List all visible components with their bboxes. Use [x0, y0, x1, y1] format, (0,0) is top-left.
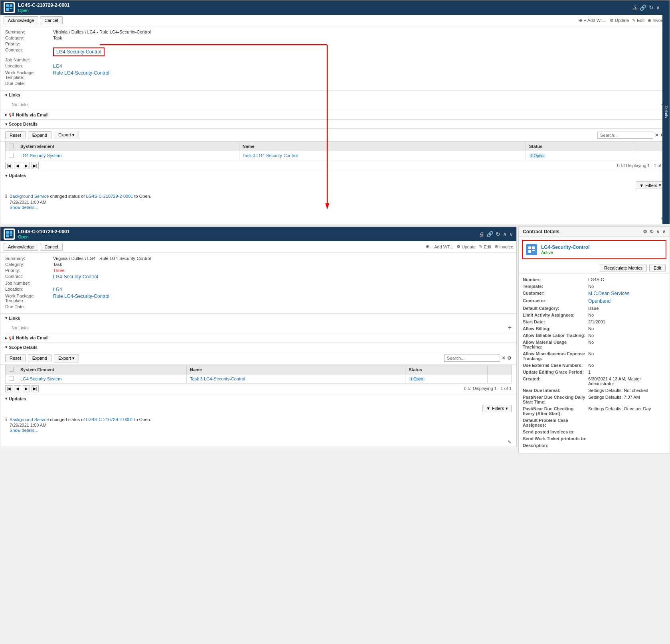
- updates-label-bottom: Updates: [9, 396, 26, 401]
- col-check-top: [6, 142, 17, 151]
- displaying-bottom: 0 ☑ Displaying 1 - 1 of 1: [464, 386, 512, 391]
- location-link-top[interactable]: LG4: [53, 63, 62, 69]
- contract-link-top[interactable]: LG4-Security-Control: [56, 49, 101, 55]
- cf-value-created: 6/30/2021 4:13 AM, Master Administrator: [588, 376, 666, 386]
- cf-label-billable-labor: Allow Billable Labor Tracking:: [523, 333, 587, 338]
- bottom-icon-print[interactable]: 🖨: [478, 231, 484, 237]
- work-package-label: Work Package Template:: [5, 70, 53, 80]
- pg-last-top[interactable]: ▶|: [32, 162, 39, 169]
- pg-prev-top[interactable]: ◀: [14, 162, 21, 169]
- row-name-bottom: Task 3 LG4-Security-Control: [187, 374, 405, 383]
- contract-name: LG4-Security-Control: [541, 244, 589, 250]
- svg-rect-11: [6, 234, 9, 237]
- work-package-link-top[interactable]: Rule LG4-Security-Control: [53, 70, 109, 76]
- bottom-work-package-link[interactable]: Rule LG4-Security-Control: [53, 293, 109, 299]
- notify-chevron-top: ▸: [5, 112, 7, 117]
- contract-edit-button[interactable]: Edit: [649, 264, 666, 272]
- bottom-edit-button[interactable]: ✎ Edit: [479, 244, 491, 249]
- show-details-top[interactable]: Show details...: [10, 205, 38, 210]
- bottom-add-wt-button[interactable]: ⊕ + Add WT...: [426, 244, 453, 249]
- scope-reset-bottom[interactable]: Reset: [5, 354, 26, 362]
- pg-last-bottom[interactable]: ▶|: [32, 385, 39, 392]
- bottom-priority-label: Priority:: [5, 268, 53, 273]
- cf-value-material: No: [588, 340, 594, 349]
- pg-next-bottom[interactable]: ▶: [23, 385, 30, 392]
- bottom-invoice-icon: ⊕: [494, 244, 498, 249]
- bottom-logo: [4, 228, 15, 240]
- pg-first-top[interactable]: |◀: [5, 162, 12, 169]
- update-bg-service-link-top[interactable]: Background Service: [10, 194, 49, 199]
- cd-down-icon[interactable]: ∨: [662, 229, 666, 234]
- links-plus-bottom[interactable]: +: [508, 324, 512, 331]
- add-wt-button[interactable]: ⊕ + Add WT...: [579, 18, 607, 23]
- icon-up[interactable]: ∧: [656, 4, 660, 11]
- cf-label-description: Description:: [523, 443, 587, 448]
- scope-search-clear-bottom[interactable]: ✕: [502, 355, 506, 361]
- updates-header-bottom[interactable]: ▾ Updates: [0, 394, 516, 403]
- bottom-location-link[interactable]: LG4: [53, 287, 62, 292]
- update-button[interactable]: ⚙ Update: [610, 18, 629, 23]
- pg-prev-bottom[interactable]: ◀: [14, 385, 21, 392]
- update-bg-service-link-bottom[interactable]: Background Service: [10, 417, 49, 422]
- bottom-invoice-button[interactable]: ⊕ Invoice: [494, 244, 513, 249]
- bottom-update-button[interactable]: ⚙ Update: [457, 244, 476, 249]
- icon-refresh[interactable]: ↻: [649, 4, 654, 11]
- edit-icon-top[interactable]: ✎: [0, 215, 670, 224]
- cf-label-default-problem: Default Problem Case Assignees:: [523, 418, 587, 427]
- scope-search-input-top[interactable]: [597, 132, 653, 139]
- filters-button-top[interactable]: ▼ Filters ▾: [636, 181, 665, 189]
- cd-refresh-icon[interactable]: ↻: [650, 229, 654, 234]
- pg-first-bottom[interactable]: |◀: [5, 385, 12, 392]
- recalculate-button[interactable]: Recalculate Metrics: [600, 264, 647, 272]
- notify-header-bottom[interactable]: ▸ 📢 Notify via Email: [0, 333, 516, 343]
- scope-export-bottom[interactable]: Export ▾: [54, 354, 79, 362]
- updates-header-top[interactable]: ▾ Updates: [0, 171, 670, 180]
- cancel-button[interactable]: Cancel: [40, 16, 62, 24]
- bottom-cancel-button[interactable]: Cancel: [40, 243, 62, 251]
- notify-header-top[interactable]: ▸ 📢 Notify via Email: [0, 110, 670, 119]
- row-system-element-bottom: LG4 Security System: [17, 374, 187, 383]
- links-header-bottom[interactable]: ▾ Links: [0, 313, 516, 323]
- contract-box-top: LG4-Security-Control: [53, 47, 105, 56]
- cf-value-contractor[interactable]: Openband: [588, 298, 611, 304]
- bottom-acknowledge-button[interactable]: Acknowledge: [4, 243, 38, 251]
- bottom-icon-refresh[interactable]: ↻: [496, 231, 500, 237]
- cd-settings-icon[interactable]: ⚙: [643, 229, 647, 234]
- cd-up-icon[interactable]: ∧: [656, 229, 660, 234]
- edit-icon-bottom[interactable]: ✎: [0, 438, 516, 447]
- bottom-panel-header-icons: 🖨 🔗 ↻ ∧ ∨: [478, 231, 513, 237]
- filters-button-bottom[interactable]: ▼ Filters ▾: [482, 405, 512, 412]
- scope-export-top[interactable]: Export ▾: [54, 131, 79, 139]
- scope-expand-top[interactable]: Expand: [28, 131, 51, 139]
- details-tab[interactable]: Details: [662, 0, 670, 224]
- update-icon: ⚙: [610, 18, 614, 23]
- scope-header-top[interactable]: ▾ Scope Details: [0, 119, 670, 128]
- scope-search-settings-bottom[interactable]: ⚙: [507, 355, 512, 361]
- edit-button[interactable]: ✎ Edit: [632, 18, 644, 23]
- bottom-icon-up[interactable]: ∧: [503, 231, 507, 237]
- icon-print[interactable]: 🖨: [632, 4, 637, 11]
- show-details-bottom[interactable]: Show details...: [10, 428, 38, 433]
- scope-reset-top[interactable]: Reset: [5, 131, 26, 139]
- scope-search-input-bottom[interactable]: [444, 354, 500, 362]
- header-left: LG4S-C-210729-2-0001 Open: [4, 2, 69, 13]
- cf-value-customer[interactable]: M.C.Dean Services: [588, 291, 629, 296]
- scope-search-clear-top[interactable]: ✕: [655, 132, 659, 138]
- pg-next-top[interactable]: ▶: [23, 162, 30, 169]
- scope-expand-bottom[interactable]: Expand: [28, 354, 51, 362]
- cf-value-external-case: No: [588, 363, 594, 368]
- bottom-icon-down[interactable]: ∨: [509, 231, 513, 237]
- bottom-summary-label: Summary:: [5, 256, 53, 261]
- links-header-top[interactable]: ▾ Links: [0, 90, 670, 99]
- bottom-contract-link[interactable]: LG4-Security-Control: [53, 274, 98, 280]
- update-case-link-top[interactable]: LG4S-C-210729-2-0001: [86, 194, 133, 199]
- contract-icon: [526, 244, 537, 255]
- acknowledge-button[interactable]: Acknowledge: [4, 16, 38, 24]
- bottom-icon-link[interactable]: 🔗: [486, 231, 493, 237]
- bottom-toolbar-left: Acknowledge Cancel: [4, 243, 63, 251]
- update-case-link-bottom[interactable]: LG4S-C-210729-2-0001: [86, 417, 133, 422]
- notify-icon-top: 📢: [9, 112, 14, 117]
- scope-header-bottom[interactable]: ▾ Scope Details: [0, 343, 516, 352]
- svg-rect-2: [10, 4, 12, 7]
- icon-link[interactable]: 🔗: [640, 4, 646, 11]
